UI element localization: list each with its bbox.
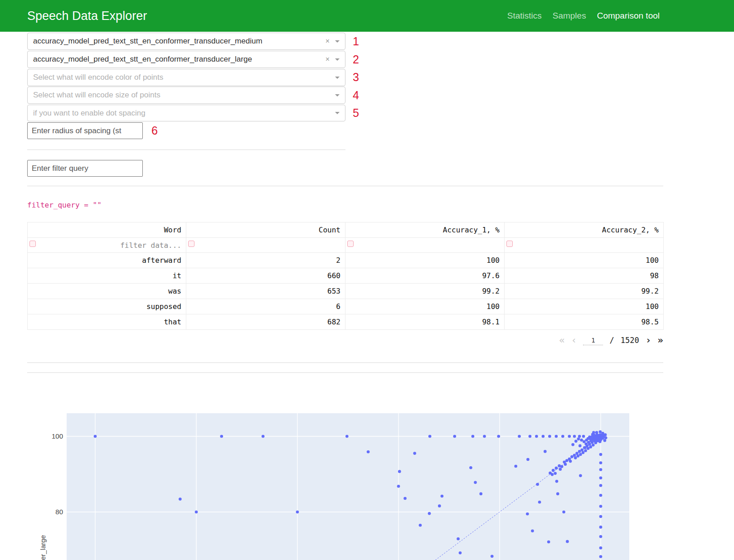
filter-cell-accuracy2[interactable]	[505, 238, 664, 253]
case-sensitivity-icon[interactable]	[506, 241, 513, 247]
filter-placeholder: filter data...	[120, 241, 181, 250]
scatter-plot-svg[interactable]	[67, 413, 629, 560]
table-cell[interactable]: 660	[186, 268, 345, 284]
size-encode-placeholder: Select what will encode size of points	[33, 91, 335, 100]
table-row: it66097.698	[28, 268, 664, 284]
page-separator: /	[609, 336, 614, 345]
table-cell[interactable]: 100	[505, 253, 664, 268]
chevron-down-icon[interactable]	[335, 112, 340, 114]
current-page-input[interactable]	[583, 336, 603, 345]
accuracy-scatter-plot[interactable]	[67, 413, 629, 560]
model1-dropdown[interactable]: accuracy_model_pred_text_stt_en_conforme…	[27, 33, 345, 50]
table-cell[interactable]: 99.2	[345, 284, 505, 299]
table-body: afterward2100100it66097.698was65399.299.…	[28, 253, 664, 330]
table-row: was65399.299.2	[28, 284, 664, 299]
y-tick-label-100: 100	[45, 432, 63, 440]
table-cell[interactable]: supposed	[28, 299, 186, 314]
divider	[27, 150, 345, 150]
table-cell[interactable]: 653	[186, 284, 345, 299]
filter-cell-accuracy1[interactable]	[345, 238, 505, 253]
table-cell[interactable]: 682	[186, 314, 345, 330]
annotation-badge-4: 4	[353, 89, 359, 101]
table-cell[interactable]: 99.2	[505, 284, 664, 299]
case-sensitivity-icon[interactable]	[347, 241, 354, 247]
table-cell[interactable]: 6	[186, 299, 345, 314]
table-cell[interactable]: afterward	[28, 253, 186, 268]
table-cell[interactable]: 97.6	[345, 268, 505, 284]
annotation-badge-1: 1	[353, 35, 359, 48]
chevron-down-icon[interactable]	[335, 94, 340, 97]
divider	[27, 372, 663, 373]
table-header-row: Word Count Accuracy_1, % Accuracy_2, %	[28, 222, 664, 238]
nav-statistics[interactable]: Statistics	[507, 11, 542, 21]
column-header-accuracy1: Accuracy_1, %	[345, 222, 505, 238]
table-pagination: « ‹ / 1520 › »	[559, 331, 663, 349]
next-page-button[interactable]: ›	[646, 331, 651, 349]
table-cell[interactable]: 100	[345, 253, 505, 268]
radius-input[interactable]	[27, 122, 143, 139]
case-sensitivity-icon[interactable]	[29, 241, 36, 247]
column-header-accuracy2: Accuracy_2, %	[505, 222, 664, 238]
table-cell[interactable]: 98.5	[505, 314, 664, 330]
divider	[27, 362, 663, 363]
first-page-button[interactable]: «	[559, 331, 565, 349]
filter-query-input[interactable]	[27, 160, 143, 177]
table-cell[interactable]: 98.1	[345, 314, 505, 330]
table-row: that68298.198.5	[28, 314, 664, 330]
table-cell[interactable]: was	[28, 284, 186, 299]
table-cell[interactable]: it	[28, 268, 186, 284]
y-tick-label-80: 80	[45, 508, 63, 516]
clear-icon[interactable]: ×	[326, 55, 330, 63]
model2-dropdown-value: accuracy_model_pred_text_stt_en_conforme…	[33, 55, 322, 64]
app-header: Speech Data Explorer Statistics Samples …	[0, 0, 734, 32]
annotation-badge-3: 3	[353, 71, 359, 83]
last-page-button[interactable]: »	[657, 331, 663, 349]
table-cell[interactable]: 100	[505, 299, 664, 314]
previous-page-button[interactable]: ‹	[571, 331, 577, 349]
nav-comparison-tool[interactable]: Comparison tool	[597, 11, 660, 21]
clear-icon[interactable]: ×	[326, 37, 330, 45]
chevron-down-icon[interactable]	[335, 77, 340, 79]
column-header-count: Count	[186, 222, 345, 238]
word-accuracy-table: Word Count Accuracy_1, % Accuracy_2, % f…	[27, 222, 664, 330]
dot-spacing-placeholder: if you want to enable dot spacing	[33, 109, 335, 118]
column-header-word: Word	[28, 222, 186, 238]
chevron-down-icon[interactable]	[335, 40, 340, 43]
annotation-badge-2: 2	[353, 53, 359, 66]
table-cell[interactable]: that	[28, 314, 186, 330]
filter-cell-count[interactable]	[186, 238, 345, 253]
divider	[27, 186, 663, 186]
filter-cell-word[interactable]: filter data...	[28, 238, 186, 253]
header-nav: Statistics Samples Comparison tool	[507, 0, 660, 32]
table-cell[interactable]: 2	[186, 253, 345, 268]
annotation-badge-5: 5	[353, 106, 359, 119]
color-encode-dropdown[interactable]: Select what will encode color of points	[27, 69, 345, 86]
filter-query-code: filter_query = ""	[27, 201, 102, 209]
table-row: afterward2100100	[28, 253, 664, 268]
table-filter-row: filter data...	[28, 238, 664, 253]
color-encode-placeholder: Select what will encode color of points	[33, 73, 335, 82]
table-cell[interactable]: 98	[505, 268, 664, 284]
size-encode-dropdown[interactable]: Select what will encode size of points	[27, 87, 345, 104]
annotation-badge-6: 6	[151, 124, 158, 137]
chevron-down-icon[interactable]	[335, 58, 340, 61]
app-title: Speech Data Explorer	[27, 0, 147, 32]
y-axis-title: er_large	[39, 535, 47, 560]
total-pages: 1520	[621, 336, 639, 345]
table-row: supposed6100100	[28, 299, 664, 314]
model1-dropdown-value: accuracy_model_pred_text_stt_en_conforme…	[33, 37, 322, 46]
model2-dropdown[interactable]: accuracy_model_pred_text_stt_en_conforme…	[27, 51, 345, 68]
case-sensitivity-icon[interactable]	[188, 241, 194, 247]
nav-samples[interactable]: Samples	[553, 11, 586, 21]
table-cell[interactable]: 100	[345, 299, 505, 314]
dot-spacing-dropdown[interactable]: if you want to enable dot spacing	[27, 105, 345, 121]
